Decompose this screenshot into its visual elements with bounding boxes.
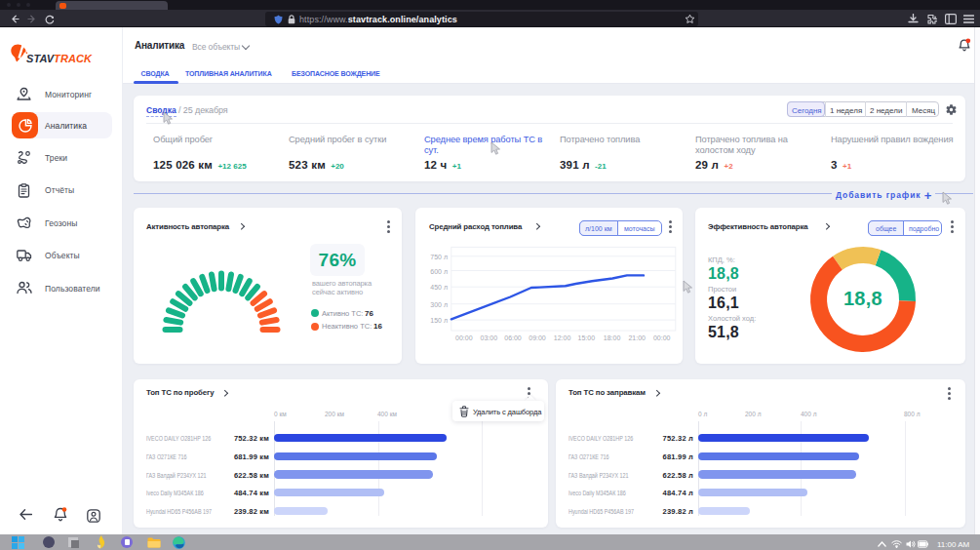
svg-text:12:00: 12:00 xyxy=(554,334,571,341)
svg-text:18:00: 18:00 xyxy=(604,334,621,341)
svg-text:600 л: 600 л xyxy=(430,268,448,275)
svg-text:00:00: 00:00 xyxy=(455,334,473,341)
svg-text:09:00: 09:00 xyxy=(529,334,546,341)
svg-text:21:00: 21:00 xyxy=(628,334,646,341)
svg-text:00:00: 00:00 xyxy=(653,334,671,341)
svg-text:03:00: 03:00 xyxy=(481,334,498,341)
svg-text:15:00: 15:00 xyxy=(578,334,596,341)
svg-text:450 л: 450 л xyxy=(430,284,448,291)
svg-text:150 л: 150 л xyxy=(430,317,448,324)
svg-text:300 л: 300 л xyxy=(430,301,448,308)
svg-text:750 л: 750 л xyxy=(430,254,448,260)
svg-text:06:00: 06:00 xyxy=(504,334,522,341)
